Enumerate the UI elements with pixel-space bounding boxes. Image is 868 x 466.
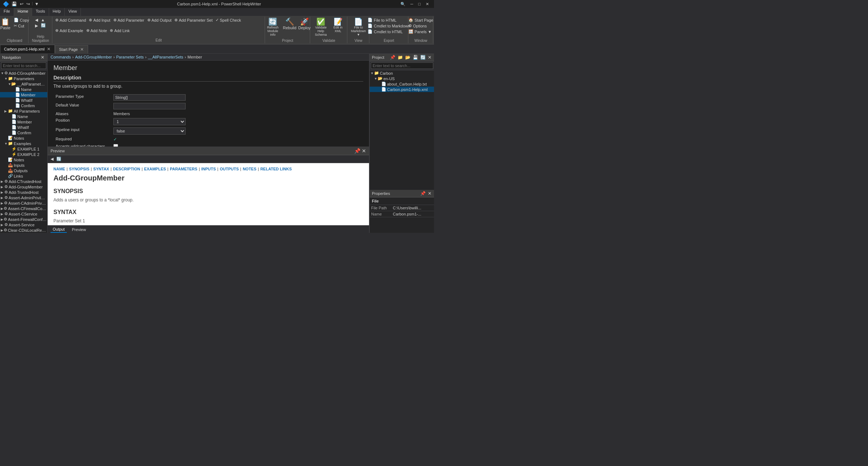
undo-btn[interactable]: ↩ <box>19 1 25 7</box>
nav-search-input[interactable] <box>1 62 46 69</box>
edit-xml-btn[interactable]: 📝 Edit in XML <box>330 17 346 34</box>
position-select[interactable]: 1 2 named <box>113 118 186 125</box>
tab-help[interactable]: Help <box>49 8 65 16</box>
save-quick-btn[interactable]: 💾 <box>10 1 18 7</box>
project-tree-enus[interactable]: ▼ 📂 en-US <box>370 76 434 81</box>
project-tree-about[interactable]: 📄 about_Carbon.Help.txt <box>370 81 434 87</box>
nav-forward[interactable]: ▶ <box>34 23 39 29</box>
preview-refresh-btn[interactable]: 🔄 <box>56 157 61 161</box>
add-note-btn[interactable]: ⊕ Add Note <box>85 28 108 33</box>
tree-item-confirm2[interactable]: 📄 Confirm <box>0 130 47 135</box>
preview-link-related[interactable]: RELATED LINKS <box>260 167 292 171</box>
tree-item-whatif2[interactable]: 📄 WhatIf <box>0 125 47 130</box>
tab-tools[interactable]: Tools <box>32 8 49 16</box>
tree-item-assert-cadminpriv[interactable]: ▶ ⚙ Assert-CAdminPrivilege <box>0 200 47 206</box>
project-close-btn[interactable]: ✕ <box>427 55 432 60</box>
file-to-markdown-btn[interactable]: 📄 File toMarkdown ▼ <box>349 17 368 37</box>
tree-item-add-cgroupmember[interactable]: ▼ ⚙ Add-CGroupMember <box>0 70 47 76</box>
tree-item-add-groupmember[interactable]: ▶ ⚙ Add-GroupMember <box>0 184 47 190</box>
preview-link-outputs[interactable]: OUTPUTS <box>220 167 239 171</box>
preview-pin-btn[interactable]: 📌 <box>354 148 360 154</box>
tab-home[interactable]: Home <box>14 8 32 16</box>
preview-back-btn[interactable]: ◀ <box>51 157 53 161</box>
nav-back[interactable]: ◀ <box>34 17 39 23</box>
add-parameter-btn[interactable]: ⊕ Add Parameter <box>112 17 146 23</box>
window-minimize[interactable]: ─ <box>408 1 416 7</box>
deploy-btn[interactable]: 🚀 Deploy <box>298 17 311 31</box>
preview-link-examples[interactable]: EXAMPLES <box>144 167 166 171</box>
project-new-btn[interactable]: 📁 <box>397 55 404 60</box>
tree-item-inputs[interactable]: 📥 Inputs <box>0 162 47 168</box>
nav-panel-close[interactable]: ✕ <box>40 55 45 60</box>
redo-btn[interactable]: ↪ <box>25 1 31 7</box>
tree-item-name[interactable]: 📄 Name <box>0 87 47 92</box>
paste-button[interactable]: 📋 Paste <box>0 17 12 31</box>
tree-item-whatif[interactable]: 📄 WhatIf <box>0 97 47 103</box>
tree-item-allparamsets[interactable]: ▼ 📂 __AllParameterSets <box>0 81 47 87</box>
tree-item-name2[interactable]: 📄 Name <box>0 114 47 119</box>
project-refresh-btn[interactable]: 🔄 <box>420 55 426 60</box>
tab-carbon-close[interactable]: ✕ <box>47 47 51 52</box>
tree-item-notes2[interactable]: 📝 Notes <box>0 157 47 162</box>
tree-item-member[interactable]: 📄 Member <box>0 92 47 97</box>
add-input-btn[interactable]: ⊕ Add Input <box>88 17 111 23</box>
start-page-btn[interactable]: 🏠 Start Page <box>407 17 434 23</box>
window-search[interactable]: 🔍 <box>398 1 408 7</box>
tree-item-all-params[interactable]: ▶ 📁 All Parameters <box>0 108 47 114</box>
add-link-btn[interactable]: ⊕ Add Link <box>109 28 131 33</box>
tree-item-assert-cfirewall[interactable]: ▶ ⚙ Assert-CFirewallConfigu... <box>0 206 47 211</box>
tree-item-confirm1[interactable]: 📄 Confirm <box>0 103 47 108</box>
tree-item-outputs[interactable]: 📤 Outputs <box>0 168 47 173</box>
file-to-html-btn[interactable]: 📄 File to HTML <box>366 17 411 23</box>
output-tab-preview[interactable]: Preview <box>70 227 88 232</box>
project-search-input[interactable] <box>371 62 433 69</box>
preview-link-inputs[interactable]: INPUTS <box>201 167 216 171</box>
add-output-btn[interactable]: ⊕ Add Output <box>146 17 173 23</box>
rebuild-btn[interactable]: 🔨 Rebuild <box>282 17 297 31</box>
project-tree-carbon[interactable]: ▼ 📁 Carbon <box>370 70 434 76</box>
tree-item-parameters[interactable]: ▼ 📁 Parameters <box>0 76 47 81</box>
validate-schema-btn[interactable]: ✅ ValidateHelp Schema <box>312 17 330 37</box>
default-value-input[interactable] <box>113 103 186 109</box>
breadcrumb-allparamsets[interactable]: __AllParameterSets <box>148 55 183 59</box>
window-maximize[interactable]: □ <box>416 1 423 7</box>
tree-item-add-ctrustedhost[interactable]: ▶ ⚙ Add-CTrustedHost <box>0 179 47 184</box>
preview-link-description[interactable]: DESCRIPTION <box>113 167 140 171</box>
preview-link-syntax[interactable]: SYNTAX <box>93 167 109 171</box>
cmdlet-to-markdown-btn[interactable]: 📄 Cmdlet to Markdown <box>366 23 411 29</box>
add-command-btn[interactable]: ⊕ Add Command <box>54 17 87 23</box>
tree-item-examples[interactable]: ▼ 📁 Examples <box>0 141 47 146</box>
tree-item-assert-service[interactable]: ▶ ⚙ Assert-Service <box>0 222 47 227</box>
options-btn[interactable]: ⚙ Options <box>407 23 434 29</box>
param-type-input[interactable] <box>113 94 186 101</box>
window-close[interactable]: ✕ <box>424 1 431 7</box>
cut-button[interactable]: ✂ Cut <box>13 23 30 29</box>
tree-item-clear-cdislocal[interactable]: ▶ ⚙ Clear-CDisLocalResource... <box>0 227 47 233</box>
refresh-module-btn[interactable]: 🔄 RefreshModule Info <box>264 17 282 37</box>
tree-item-notes[interactable]: 📝 Notes <box>0 135 47 141</box>
breadcrumb-paramsets[interactable]: Parameter Sets <box>116 55 144 59</box>
tab-file[interactable]: File <box>0 8 14 16</box>
preview-link-name[interactable]: NAME <box>53 167 65 171</box>
preview-close-btn[interactable]: ✕ <box>362 148 366 154</box>
tree-item-assert-adminpriv[interactable]: ▶ ⚙ Assert-AdminPrivilege <box>0 195 47 200</box>
tab-view[interactable]: View <box>65 8 81 16</box>
preview-link-synopsis[interactable]: SYNOPSIS <box>69 167 89 171</box>
add-example-btn[interactable]: ⊕ Add Example <box>54 28 84 33</box>
pipeline-select[interactable]: false true ByValue ByPropertyName <box>113 127 186 135</box>
tab-start-page[interactable]: Start Page ✕ <box>55 45 88 53</box>
tree-item-assert-firewall[interactable]: ▶ ⚙ Assert-FirewallConfigurable <box>0 217 47 222</box>
project-save-btn[interactable]: 💾 <box>412 55 419 60</box>
props-close-btn[interactable]: ✕ <box>427 191 432 196</box>
wildcard-checkbox[interactable] <box>113 144 118 147</box>
output-tab-output[interactable]: Output <box>51 226 67 233</box>
tree-item-member2[interactable]: 📄 Member <box>0 119 47 125</box>
tree-item-example2[interactable]: ⚡ EXAMPLE 2 <box>0 152 47 157</box>
tree-item-add-trustedhost[interactable]: ▶ ⚙ Add-TrustedHost <box>0 190 47 195</box>
tree-item-assert-cservice[interactable]: ▶ ⚙ Assert-CService <box>0 211 47 217</box>
nav-up[interactable]: ▲ <box>40 17 47 22</box>
props-pin-btn[interactable]: 📌 <box>420 191 426 196</box>
project-pin-btn[interactable]: 📌 <box>389 55 396 60</box>
tab-start-close[interactable]: ✕ <box>80 47 84 52</box>
tab-carbon-xml[interactable]: Carbon.psm1-Help.xml ✕ <box>0 45 55 53</box>
